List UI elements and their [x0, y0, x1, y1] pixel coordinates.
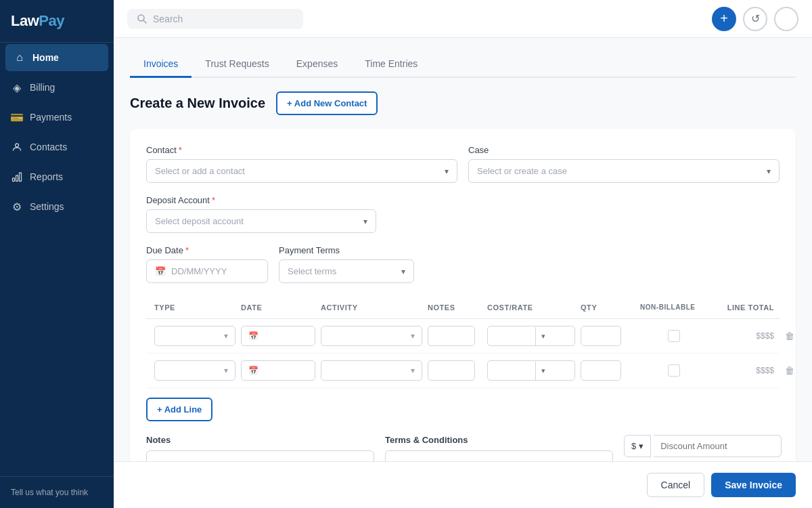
deposit-label: Deposit Account*: [146, 195, 376, 205]
terms-section: Terms & Conditions: [385, 435, 613, 461]
line-total-2: $$$$: [713, 366, 774, 375]
col-line-total: LINE TOTAL: [713, 303, 774, 312]
add-line-button[interactable]: + Add Line: [146, 398, 212, 421]
search-placeholder: Search: [153, 14, 183, 24]
billing-icon: ◈: [11, 81, 23, 93]
reports-icon: [11, 171, 23, 183]
col-notes: NOTES: [428, 303, 482, 312]
main-area: Search + ↺ Invoices Trust Requests Expen…: [114, 0, 812, 508]
col-non-billable: NON-BILLABLE: [640, 303, 708, 312]
sidebar-item-settings[interactable]: ⚙ Settings: [0, 192, 114, 221]
notes-label: Notes: [146, 435, 374, 445]
table-row: ▾ 📅 ▾ ▾ $$$$ 🗑: [146, 319, 780, 354]
payment-terms-label: Payment Terms: [279, 245, 414, 255]
delete-row-1[interactable]: 🗑: [780, 331, 800, 341]
bottom-section: Notes Terms & Conditions $ ▾: [146, 435, 780, 461]
contacts-icon: [11, 141, 23, 153]
discount-row: $ ▾: [624, 435, 780, 457]
qty-input-1[interactable]: [581, 326, 621, 346]
table-header: TYPE DATE ACTIVITY NOTES COST/RATE QTY N…: [146, 297, 780, 319]
date-cell-1[interactable]: 📅: [241, 326, 315, 346]
action-buttons: Cancel Save Invoice: [114, 461, 812, 508]
tab-bar: Invoices Trust Requests Expenses Time En…: [130, 51, 796, 78]
case-label: Case: [468, 145, 780, 155]
sidebar-item-payments[interactable]: 💳 Payments: [0, 102, 114, 132]
sidebar: LawPay ⌂ Home ◈ Billing 💳 Payments Conta…: [0, 0, 114, 508]
activity-select-1[interactable]: ▾: [321, 326, 422, 346]
svg-rect-3: [20, 173, 22, 182]
non-billable-check-1[interactable]: [668, 330, 680, 342]
deposit-account-select[interactable]: Select deposit account ▾: [146, 209, 376, 233]
contact-group: Contact* Select or add a contact ▾: [146, 145, 457, 183]
activity-select-2[interactable]: ▾: [321, 360, 422, 381]
deposit-group: Deposit Account* Select deposit account …: [146, 195, 376, 233]
add-new-contact-button[interactable]: + Add New Contact: [276, 91, 378, 115]
case-select[interactable]: Select or create a case ▾: [468, 159, 780, 183]
due-date-required: *: [185, 245, 189, 255]
sidebar-item-contacts[interactable]: Contacts: [0, 132, 114, 162]
feedback-link[interactable]: Tell us what you think: [0, 476, 114, 508]
col-actions: [780, 303, 800, 312]
deposit-chevron-icon: ▾: [363, 217, 367, 226]
search-bar[interactable]: Search: [127, 9, 303, 29]
due-date-label: Due Date*: [146, 245, 268, 255]
date-terms-row: Due Date* 📅 DD/MM/YYYY Payment Terms Sel…: [146, 245, 780, 283]
sidebar-item-billing[interactable]: ◈ Billing: [0, 72, 114, 102]
currency-select[interactable]: $ ▾: [624, 435, 651, 457]
page-content: Invoices Trust Requests Expenses Time En…: [114, 38, 812, 461]
date-cell-2[interactable]: 📅: [241, 360, 315, 381]
due-date-input[interactable]: 📅 DD/MM/YYYY: [146, 259, 268, 283]
invoice-form: Contact* Select or add a contact ▾ Case …: [130, 129, 796, 461]
delete-row-2[interactable]: 🗑: [780, 365, 800, 376]
contact-select[interactable]: Select or add a contact ▾: [146, 159, 457, 183]
svg-rect-1: [13, 178, 15, 182]
cost-input-2[interactable]: [488, 361, 535, 380]
line-items-table: TYPE DATE ACTIVITY NOTES COST/RATE QTY N…: [146, 297, 780, 421]
notes-section: Notes: [146, 435, 374, 461]
col-cost-rate: COST/RATE: [487, 303, 575, 312]
discount-input[interactable]: [654, 435, 782, 457]
refresh-button[interactable]: ↺: [743, 7, 767, 31]
payment-terms-select[interactable]: Select terms ▾: [279, 259, 414, 283]
search-icon: [137, 14, 148, 24]
add-button[interactable]: +: [712, 7, 736, 31]
qty-input-2[interactable]: [581, 360, 621, 381]
page-header: Create a New Invoice + Add New Contact: [130, 91, 796, 115]
cost-input-1[interactable]: [488, 326, 535, 345]
type-select-2[interactable]: ▾: [154, 360, 235, 381]
table-row: ▾ 📅 ▾ ▾ $$$$ 🗑: [146, 354, 780, 388]
contact-required: *: [179, 145, 182, 155]
profile-button[interactable]: [774, 7, 798, 31]
cancel-button[interactable]: Cancel: [647, 473, 705, 497]
line-total-1: $$$$: [713, 331, 774, 341]
case-group: Case Select or create a case ▾: [468, 145, 780, 183]
cost-chevron-2[interactable]: ▾: [535, 362, 551, 380]
summary-section: $ ▾ Subtotal $0.00 Discount - $0.00: [624, 435, 780, 461]
contact-label: Contact*: [146, 145, 457, 155]
tab-time-entries[interactable]: Time Entries: [351, 51, 431, 78]
non-billable-check-2[interactable]: [668, 364, 680, 377]
sidebar-item-home[interactable]: ⌂ Home: [5, 44, 108, 71]
tab-trust-requests[interactable]: Trust Requests: [191, 51, 282, 78]
col-date: DATE: [241, 303, 315, 312]
terms-textarea[interactable]: [385, 450, 613, 461]
tab-invoices[interactable]: Invoices: [130, 51, 191, 78]
col-activity: ACTIVITY: [321, 303, 422, 312]
cost-chevron-1[interactable]: ▾: [535, 327, 551, 345]
notes-input-2[interactable]: [428, 360, 475, 381]
contact-chevron-icon: ▾: [445, 167, 449, 176]
tab-expenses[interactable]: Expenses: [283, 51, 351, 78]
type-select-1[interactable]: ▾: [154, 326, 235, 346]
svg-point-0: [16, 144, 19, 147]
deposit-required: *: [212, 195, 215, 205]
notes-input-1[interactable]: [428, 326, 475, 346]
svg-line-5: [143, 20, 146, 23]
sidebar-item-reports[interactable]: Reports: [0, 162, 114, 192]
page-title: Create a New Invoice: [130, 96, 265, 111]
save-invoice-button[interactable]: Save Invoice: [711, 473, 796, 497]
due-date-group: Due Date* 📅 DD/MM/YYYY: [146, 245, 268, 283]
calendar-icon: 📅: [155, 266, 166, 276]
topbar: Search + ↺: [114, 0, 812, 38]
svg-rect-2: [16, 175, 18, 182]
notes-textarea[interactable]: [146, 450, 374, 461]
